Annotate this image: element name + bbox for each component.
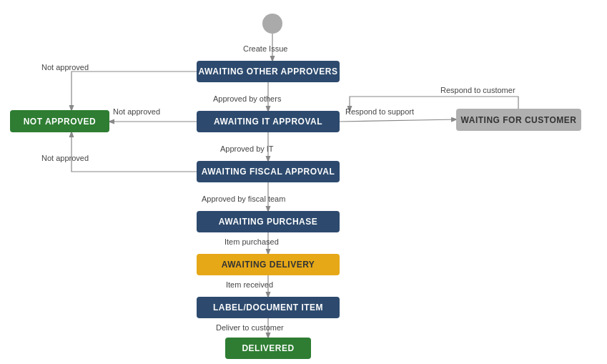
awaiting-it-approval-label: AWAITING IT APPROVAL [214, 117, 322, 127]
waiting-for-customer-node[interactable]: WAITING FOR CUSTOMER [456, 109, 581, 131]
create-issue-label: Create Issue [243, 44, 287, 53]
svg-line-9 [340, 119, 456, 122]
not-approved-1-label: Not approved [41, 63, 89, 72]
awaiting-fiscal-approval-node[interactable]: AWAITING FISCAL APPROVAL [197, 161, 340, 182]
awaiting-purchase-label: AWAITING PURCHASE [219, 217, 318, 227]
delivered-label: DELIVERED [242, 343, 294, 353]
workflow-diagram: AWAITING OTHER APPROVERS AWAITING IT APP… [0, 0, 607, 364]
approved-by-fiscal-label: Approved by fiscal team [202, 195, 285, 203]
not-approved-3-label: Not approved [41, 154, 89, 162]
approved-by-others-label: Approved by others [213, 94, 281, 103]
awaiting-delivery-node[interactable]: AWAITING DELIVERY [197, 254, 340, 275]
not-approved-node[interactable]: NOT APPROVED [10, 110, 109, 132]
label-document-item-label: LABEL/DOCUMENT ITEM [213, 302, 323, 313]
waiting-for-customer-label: WAITING FOR CUSTOMER [461, 115, 577, 125]
not-approved-2-label: Not approved [113, 107, 160, 116]
awaiting-other-approvers-node[interactable]: AWAITING OTHER APPROVERS [197, 61, 340, 82]
awaiting-delivery-label: AWAITING DELIVERY [222, 260, 315, 270]
respond-to-customer-label: Respond to customer [440, 86, 515, 94]
item-purchased-label: Item purchased [224, 237, 279, 246]
approved-by-it-label: Approved by IT [220, 144, 274, 153]
awaiting-fiscal-approval-label: AWAITING FISCAL APPROVAL [202, 167, 335, 177]
awaiting-it-approval-node[interactable]: AWAITING IT APPROVAL [197, 111, 340, 132]
label-document-item-node[interactable]: LABEL/DOCUMENT ITEM [197, 297, 340, 318]
awaiting-other-approvers-label: AWAITING OTHER APPROVERS [199, 67, 338, 77]
delivered-node[interactable]: DELIVERED [225, 338, 311, 359]
deliver-to-customer-label: Deliver to customer [216, 323, 284, 332]
awaiting-purchase-node[interactable]: AWAITING PURCHASE [197, 211, 340, 232]
not-approved-label: NOT APPROVED [24, 117, 97, 127]
item-received-label: Item received [226, 280, 273, 289]
svg-point-0 [262, 14, 282, 34]
respond-to-support-label: Respond to support [345, 107, 414, 116]
